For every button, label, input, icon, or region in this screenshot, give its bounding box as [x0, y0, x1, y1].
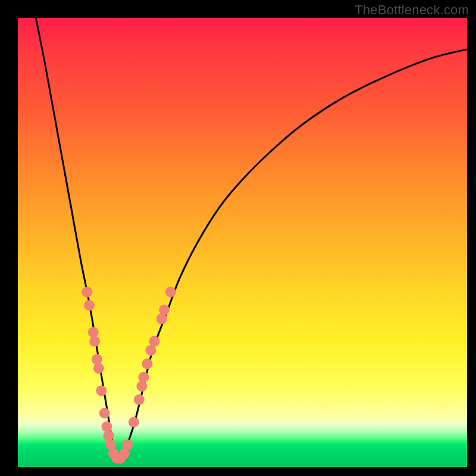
data-marker	[159, 305, 170, 315]
data-marker	[101, 421, 112, 432]
data-marker	[142, 358, 152, 369]
data-marker	[104, 430, 114, 441]
chart-svg	[18, 18, 467, 467]
data-marker	[134, 394, 145, 405]
data-marker	[129, 417, 139, 428]
data-marker	[93, 363, 104, 374]
data-marker	[149, 336, 160, 347]
data-marker	[122, 439, 133, 450]
data-marker	[99, 408, 110, 418]
data-marker	[82, 287, 92, 298]
data-marker	[138, 372, 149, 383]
data-marker	[165, 287, 176, 298]
data-marker	[136, 381, 147, 392]
plot-area	[18, 18, 467, 467]
data-marker	[89, 336, 100, 347]
outer-frame: TheBottleneck.com	[0, 0, 476, 476]
data-marker	[96, 386, 107, 396]
marker-cluster	[82, 287, 176, 464]
data-marker	[88, 327, 99, 338]
data-marker	[84, 300, 95, 311]
watermark-text: TheBottleneck.com	[355, 2, 469, 18]
data-marker	[92, 354, 102, 365]
